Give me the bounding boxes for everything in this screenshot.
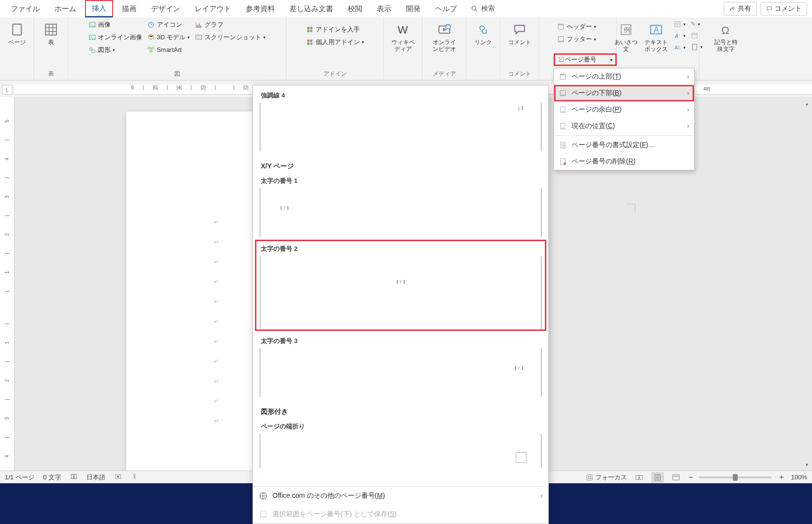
tab-draw[interactable]: 描画 <box>116 1 142 16</box>
video-icon <box>437 22 452 37</box>
comments-button[interactable]: コメント <box>761 2 807 16</box>
page-icon <box>10 22 24 37</box>
tab-design[interactable]: デザイン <box>145 1 186 16</box>
gallery-item-page-corner[interactable]: ページの端折り <box>257 419 544 468</box>
shapes-button[interactable]: 図形 ▾ <box>87 45 143 55</box>
scroll-down-button[interactable]: ▾ <box>802 460 811 469</box>
symbols-button[interactable]: 記号と特殊文字 <box>712 19 740 53</box>
pictures-button[interactable]: 画像 <box>87 19 143 30</box>
tab-developer[interactable]: 開発 <box>400 1 426 16</box>
zoom-level[interactable]: 100% <box>791 474 807 481</box>
macro-record-icon[interactable] <box>114 473 122 482</box>
tab-view[interactable]: 表示 <box>371 1 397 16</box>
accessibility-icon[interactable] <box>131 473 138 482</box>
page-number-top-menu[interactable]: ページの上部(T) › <box>554 68 694 85</box>
scroll-up-button[interactable]: ▴ <box>802 99 811 108</box>
gallery-item-accent-line-4[interactable]: 強調線 4 | 1 <box>257 88 544 151</box>
link-button[interactable]: リンク <box>470 19 497 46</box>
share-button[interactable]: 共有 <box>724 2 757 16</box>
zoom-out-button[interactable]: − <box>688 473 693 482</box>
gallery-section-shape: 図形付き <box>257 402 544 419</box>
smartart-button[interactable]: SmartArt <box>146 45 191 54</box>
table-label: 表 <box>48 39 54 46</box>
word-count[interactable]: 0 文字 <box>43 473 61 482</box>
pages-button[interactable]: ページ <box>3 19 31 46</box>
menu-item-label: ページの下部(B) <box>572 89 622 98</box>
online-picture-icon <box>88 33 96 41</box>
menu-item-label: ページの余白(P) <box>572 105 622 114</box>
spellcheck-icon[interactable] <box>70 473 78 482</box>
online-video-button[interactable]: オンラインビデオ <box>431 19 458 53</box>
chart-button[interactable]: グラフ <box>194 19 267 30</box>
tab-layout[interactable]: レイアウト <box>189 1 237 16</box>
greeting-icon <box>619 22 633 37</box>
focus-mode-button[interactable]: フォーカス <box>586 473 627 482</box>
menu-separator <box>554 135 694 136</box>
save-selection-menu: 選択範囲をページ番号(下) として保存(S) <box>253 505 548 524</box>
table-button[interactable]: 表 <box>37 19 65 46</box>
screenshot-button[interactable]: スクリーンショット ▾ <box>194 32 267 43</box>
get-addins-label: アドインを入手 <box>316 25 360 34</box>
tab-help[interactable]: ヘルプ <box>429 1 463 16</box>
icons-button[interactable]: アイコン <box>146 19 191 30</box>
tab-home[interactable]: ホーム <box>49 1 82 16</box>
page-number-button[interactable]: ページ番号 ▾ <box>554 53 617 66</box>
wordart-button[interactable]: ▾ <box>673 31 687 41</box>
tab-insert[interactable]: 挿入 <box>85 0 113 17</box>
tables-group-label: 表 <box>48 69 54 79</box>
page-current-icon <box>559 122 567 130</box>
page-number-remove-menu[interactable]: ページ番号の削除(R) <box>554 153 694 170</box>
online-pictures-button[interactable]: オンライン画像 <box>87 32 143 43</box>
ruler-corner: L <box>2 85 12 95</box>
read-mode-view-button[interactable] <box>633 472 645 483</box>
zoom-slider-thumb[interactable] <box>733 474 738 481</box>
new-comment-button[interactable]: コメント <box>506 19 533 46</box>
globe-icon <box>259 491 268 500</box>
footer-icon <box>557 35 565 43</box>
page-top-icon <box>559 73 567 81</box>
page-number-margin-menu[interactable]: ページの余白(P) › <box>554 101 694 118</box>
gallery-item-bold-1[interactable]: 太字の番号 1 1 / 1 <box>257 174 544 237</box>
gallery-item-title: 太字の番号 2 <box>257 242 544 255</box>
print-layout-view-button[interactable] <box>651 472 664 483</box>
header-icon <box>557 23 565 31</box>
zoom-slider[interactable] <box>699 476 772 478</box>
footer-label: フッター <box>567 35 592 44</box>
header-button[interactable]: ヘッダー ▾ <box>556 21 599 32</box>
tab-references[interactable]: 参考資料 <box>240 1 281 16</box>
illustrations-group-label: 図 <box>174 69 180 79</box>
zoom-in-button[interactable]: ＋ <box>778 472 785 482</box>
3d-label: 3D モデル <box>157 33 186 42</box>
page-number-format-menu[interactable]: ページ番号の書式設定(F)... <box>554 137 694 153</box>
web-layout-view-button[interactable] <box>670 472 682 483</box>
dropcap-button[interactable]: ▾ <box>673 43 687 52</box>
tab-review[interactable]: 校閲 <box>342 1 368 16</box>
footer-button[interactable]: フッター ▾ <box>556 34 599 45</box>
gallery-item-bold-3[interactable]: 太字の番号 3 1 / 1 <box>257 334 544 397</box>
gallery-item-bold-2[interactable]: 太字の番号 2 1 / 1 <box>257 242 544 329</box>
vertical-scrollbar[interactable]: ▴ ▾ <box>802 99 811 469</box>
vertical-ruler[interactable]: 5|4|3|2|1||1|2|3|4|5|6|7|8|9|10|11|12|13… <box>0 97 15 471</box>
ruler-h-right-mark: 48| <box>703 86 710 92</box>
tab-mailings[interactable]: 差し込み文書 <box>284 1 339 16</box>
page-number-current-menu[interactable]: 現在の位置(C) › <box>554 118 694 134</box>
my-addins-button[interactable]: 個人用アドイン ▾ <box>305 37 365 48</box>
quick-parts-button[interactable]: ▾ <box>673 19 687 29</box>
textbox-button[interactable]: テキストボックス <box>643 19 670 53</box>
office-com-more-menu[interactable]: Office.com のその他のページ番号(M) › <box>253 487 548 505</box>
3d-models-button[interactable]: 3D モデル ▾ <box>146 32 191 43</box>
greeting-button[interactable]: あいさつ文 <box>612 19 640 53</box>
page-count[interactable]: 1/1 ページ <box>5 473 34 482</box>
get-addins-button[interactable]: アドインを入手 <box>305 24 365 35</box>
search-label: 検索 <box>481 4 495 13</box>
tell-me-search[interactable]: 検索 <box>471 4 495 13</box>
wikipedia-button[interactable]: ウィキペディア <box>389 19 417 53</box>
page-remove-icon <box>559 158 567 165</box>
object-icon <box>691 43 698 51</box>
page-number-bottom-menu[interactable]: ページの下部(B) › <box>554 85 694 101</box>
screenshot-icon <box>195 33 203 41</box>
smartart-icon <box>147 46 155 53</box>
tab-file[interactable]: ファイル <box>5 1 46 16</box>
gallery-section-xy: X/Y ページ <box>257 156 544 174</box>
language-status[interactable]: 日本語 <box>86 473 105 482</box>
